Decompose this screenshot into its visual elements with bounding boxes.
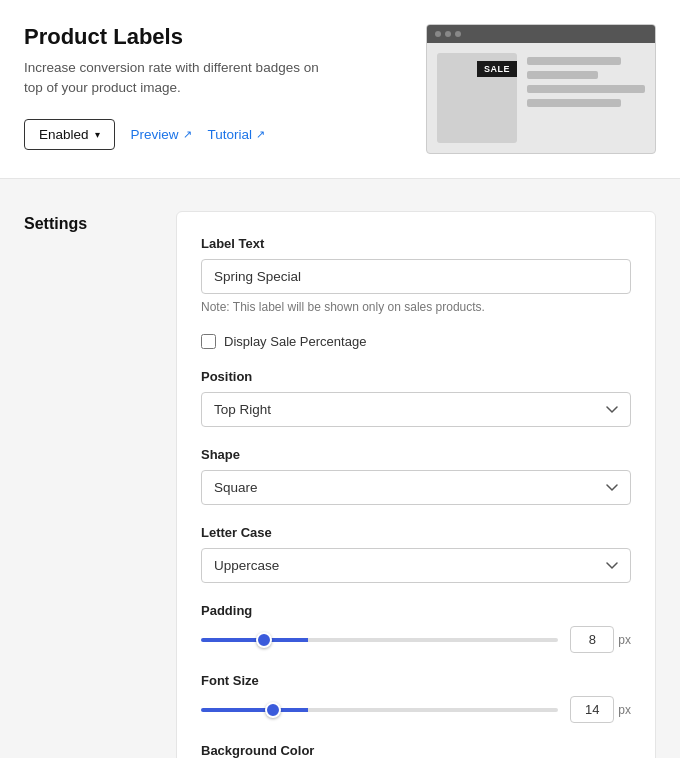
preview-line-2 [527, 71, 598, 79]
position-group: Position Top Right Top Left Bottom Right… [201, 369, 631, 427]
external-link-icon: ↗ [183, 128, 192, 141]
sale-badge: SALE [477, 61, 517, 77]
preview-text-lines [527, 53, 645, 143]
padding-value-input[interactable] [570, 626, 614, 653]
preview-dot-3 [455, 31, 461, 37]
preview-link[interactable]: Preview ↗ [131, 127, 192, 142]
external-link-icon: ↗ [256, 128, 265, 141]
page-subtitle: Increase conversion rate with different … [24, 58, 324, 99]
font-size-value-box: px [570, 696, 631, 723]
preview-dot-2 [445, 31, 451, 37]
font-size-unit: px [618, 703, 631, 717]
shape-label: Shape [201, 447, 631, 462]
label-text-group: Label Text Note: This label will be show… [201, 236, 631, 314]
padding-unit: px [618, 633, 631, 647]
letter-case-label: Letter Case [201, 525, 631, 540]
settings-sidebar-label: Settings [24, 211, 144, 758]
label-text-input[interactable] [201, 259, 631, 294]
padding-value-box: px [570, 626, 631, 653]
display-sale-percentage-checkbox[interactable] [201, 334, 216, 349]
header-left: Product Labels Increase conversion rate … [24, 24, 406, 150]
preview-line-3 [527, 85, 645, 93]
display-sale-percentage-label: Display Sale Percentage [224, 334, 366, 349]
padding-group: Padding px [201, 603, 631, 653]
padding-slider-row: px [201, 626, 631, 653]
preview-mockup: SALE [426, 24, 656, 154]
shape-select[interactable]: Square Circle Ribbon [201, 470, 631, 505]
preview-dot-1 [435, 31, 441, 37]
tutorial-label: Tutorial [208, 127, 253, 142]
label-text-note: Note: This label will be shown only on s… [201, 300, 631, 314]
padding-slider[interactable] [201, 638, 558, 642]
tutorial-link[interactable]: Tutorial ↗ [208, 127, 266, 142]
preview-body: SALE [427, 43, 655, 153]
settings-panel: Label Text Note: This label will be show… [176, 211, 656, 758]
font-size-slider[interactable] [201, 708, 558, 712]
label-text-label: Label Text [201, 236, 631, 251]
preview-product-image: SALE [437, 53, 517, 143]
position-label: Position [201, 369, 631, 384]
display-sale-checkbox-row: Display Sale Percentage [201, 334, 631, 349]
enabled-label: Enabled [39, 127, 89, 142]
header-actions: Enabled ▾ Preview ↗ Tutorial ↗ [24, 119, 406, 150]
background-color-label: Background Color [201, 743, 631, 758]
preview-line-1 [527, 57, 621, 65]
letter-case-group: Letter Case Uppercase Lowercase Capitali… [201, 525, 631, 583]
enabled-button[interactable]: Enabled ▾ [24, 119, 115, 150]
display-sale-percentage-group: Display Sale Percentage [201, 334, 631, 349]
font-size-group: Font Size px [201, 673, 631, 723]
main-content: Settings Label Text Note: This label wil… [0, 179, 680, 758]
font-size-label: Font Size [201, 673, 631, 688]
preview-line-4 [527, 99, 621, 107]
font-size-slider-row: px [201, 696, 631, 723]
header-section: Product Labels Increase conversion rate … [0, 0, 680, 179]
shape-group: Shape Square Circle Ribbon [201, 447, 631, 505]
padding-label: Padding [201, 603, 631, 618]
preview-topbar [427, 25, 655, 43]
background-color-group: Background Color [201, 743, 631, 758]
letter-case-select[interactable]: Uppercase Lowercase Capitalize [201, 548, 631, 583]
font-size-value-input[interactable] [570, 696, 614, 723]
chevron-down-icon: ▾ [95, 129, 100, 140]
position-select[interactable]: Top Right Top Left Bottom Right Bottom L… [201, 392, 631, 427]
preview-label: Preview [131, 127, 179, 142]
page-title: Product Labels [24, 24, 406, 50]
